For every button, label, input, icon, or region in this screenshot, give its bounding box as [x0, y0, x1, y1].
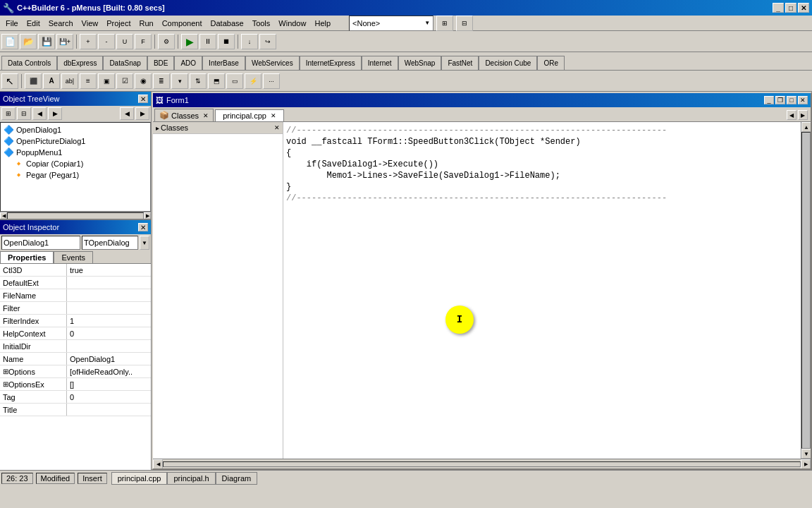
hscroll-track[interactable]: [163, 461, 801, 467]
inspector-row-filterindex[interactable]: FilterIndex 1: [0, 315, 151, 327]
memo-btn[interactable]: ≡: [80, 73, 97, 89]
inspector-row-ctl3d[interactable]: Ctl3D true: [0, 264, 151, 277]
frames-btn[interactable]: ⬛: [25, 73, 42, 89]
more-btn[interactable]: ···: [263, 73, 280, 89]
combo-btn[interactable]: ▾: [171, 73, 188, 89]
groupbox-btn[interactable]: ⬒: [208, 73, 225, 89]
tree-horiz-scroll[interactable]: ◀ ▶: [0, 212, 151, 219]
hscroll-right-btn[interactable]: ▶: [801, 459, 811, 469]
code-nav-back[interactable]: ◀: [787, 110, 796, 120]
add-button[interactable]: +: [80, 34, 97, 49]
checkbox-btn[interactable]: ☑: [116, 73, 133, 89]
inspector-value[interactable]: 1: [67, 315, 151, 327]
tree-item-openpicturedialog1[interactable]: 🔷 OpenPictureDialog1: [2, 135, 149, 147]
new-button[interactable]: 📄: [1, 34, 18, 49]
inspector-tab-properties[interactable]: Properties: [0, 251, 54, 263]
listbox-btn[interactable]: ≣: [153, 73, 170, 89]
toolbar-btn1[interactable]: ⊞: [436, 16, 453, 31]
inspector-value[interactable]: [67, 302, 151, 314]
menu-window[interactable]: Window: [274, 18, 310, 29]
options-button[interactable]: ⚙: [158, 34, 175, 49]
scroll-up-btn[interactable]: ▲: [801, 122, 811, 132]
inspector-row-filter[interactable]: Filter: [0, 302, 151, 315]
menu-tools[interactable]: Tools: [248, 18, 275, 29]
form1-minimize[interactable]: _: [764, 96, 774, 104]
scroll-down-btn[interactable]: ▼: [801, 449, 811, 459]
tab-bde[interactable]: BDE: [147, 56, 175, 70]
save-button[interactable]: 💾: [38, 34, 55, 49]
toolbar-btn2[interactable]: ⊟: [456, 16, 473, 31]
inspector-object-dropdown[interactable]: OpenDialog1: [1, 236, 80, 250]
tab-internet[interactable]: Internet: [362, 56, 398, 70]
save-all-button[interactable]: 💾+: [56, 34, 73, 49]
tree-scroll-left[interactable]: ◀: [120, 107, 134, 120]
inspector-row-helpcontext[interactable]: HelpContext 0: [0, 327, 151, 340]
tab-internetexpress[interactable]: InternetExpress: [300, 56, 362, 70]
tab-datasnap[interactable]: DataSnap: [103, 56, 147, 70]
menu-component[interactable]: Component: [158, 18, 207, 29]
unit-button[interactable]: U: [116, 34, 133, 49]
inspector-row-options[interactable]: Options [ofHideReadOnly..: [0, 365, 151, 378]
inspector-row-initialdir[interactable]: InitialDir: [0, 340, 151, 353]
inspector-value[interactable]: OpenDialog1: [67, 353, 151, 365]
inspector-tab-events[interactable]: Events: [54, 251, 93, 263]
arrow-tool[interactable]: ↖: [1, 73, 18, 89]
inspector-value[interactable]: [ofHideReadOnly..: [67, 365, 151, 377]
tab-interbase[interactable]: InterBase: [202, 56, 245, 70]
inspector-type-dropdown[interactable]: TOpenDialog: [82, 236, 138, 250]
menu-project[interactable]: Project: [102, 18, 135, 29]
menu-search[interactable]: Search: [44, 18, 78, 29]
tab-decision-cube[interactable]: Decision Cube: [479, 56, 537, 70]
inspector-close-button[interactable]: ✕: [138, 223, 148, 231]
label-btn[interactable]: A: [43, 73, 60, 89]
tab-websnap[interactable]: WebSnap: [398, 56, 442, 70]
tree-item-opendialog1[interactable]: 🔷 OpenDialog1: [2, 124, 149, 135]
tree-down-btn[interactable]: ⊟: [17, 107, 31, 120]
tab-fastnet[interactable]: FastNet: [441, 56, 479, 70]
panel-btn[interactable]: ▭: [226, 73, 243, 89]
object-tree[interactable]: 🔷 OpenDialog1 🔷 OpenPictureDialog1 🔷 Pop…: [0, 122, 151, 212]
classes-panel-close-btn[interactable]: ✕: [274, 124, 280, 131]
menu-file[interactable]: File: [1, 18, 23, 29]
classes-close-icon[interactable]: ✕: [203, 112, 209, 119]
tree-scroll-right[interactable]: ▶: [135, 107, 149, 120]
inspector-value[interactable]: 0: [67, 391, 151, 403]
tab-principal-cpp[interactable]: principal.cpp: [111, 472, 168, 485]
tree-scroll-track[interactable]: [7, 212, 144, 219]
tab-dbexpress[interactable]: dbExpress: [57, 56, 103, 70]
inspector-row-filename[interactable]: FileName: [0, 289, 151, 302]
tree-item-popupmenu1[interactable]: 🔷 PopupMenu1: [2, 147, 149, 158]
form-button[interactable]: F: [135, 34, 152, 49]
inspector-row-defaultext[interactable]: DefaultExt: [0, 277, 151, 289]
inspector-value[interactable]: []: [67, 378, 151, 390]
file-tab-close-icon[interactable]: ✕: [271, 112, 276, 119]
treeview-close-button[interactable]: ✕: [138, 95, 148, 103]
radio-btn[interactable]: ◉: [135, 73, 152, 89]
inspector-row-name[interactable]: Name OpenDialog1: [0, 353, 151, 365]
menu-database[interactable]: Database: [207, 18, 248, 29]
tree-scroll-left-btn[interactable]: ◀: [0, 212, 7, 219]
step-button[interactable]: ↓: [241, 34, 258, 49]
tab-ore[interactable]: ORe: [537, 56, 565, 70]
menu-help[interactable]: Help: [310, 18, 335, 29]
scroll-track[interactable]: [801, 132, 811, 449]
button-btn[interactable]: ▣: [98, 73, 115, 89]
menu-view[interactable]: View: [78, 18, 103, 29]
tab-diagram[interactable]: Diagram: [216, 472, 258, 485]
horiz-scrollbar[interactable]: ◀ ▶: [153, 459, 811, 468]
inspector-value[interactable]: [67, 289, 151, 301]
tree-nav-left[interactable]: ◀: [32, 107, 47, 120]
open-button[interactable]: 📂: [20, 34, 37, 49]
tree-item-copiar1[interactable]: 🔸 Copiar (Copiar1): [2, 158, 149, 169]
form1-close[interactable]: ✕: [798, 96, 808, 104]
maximize-button[interactable]: □: [785, 3, 796, 13]
inspector-value[interactable]: [67, 404, 151, 416]
stop-button[interactable]: ⏹: [218, 34, 235, 49]
tree-scroll-right-btn[interactable]: ▶: [144, 212, 151, 219]
inspector-value[interactable]: true: [67, 264, 151, 276]
minimize-button[interactable]: _: [773, 3, 784, 13]
tab-webservices[interactable]: WebServices: [245, 56, 300, 70]
classes-panel-tab[interactable]: 📦 Classes ✕: [154, 109, 214, 121]
inspector-value[interactable]: [67, 340, 151, 352]
form1-maximize[interactable]: □: [787, 96, 796, 104]
